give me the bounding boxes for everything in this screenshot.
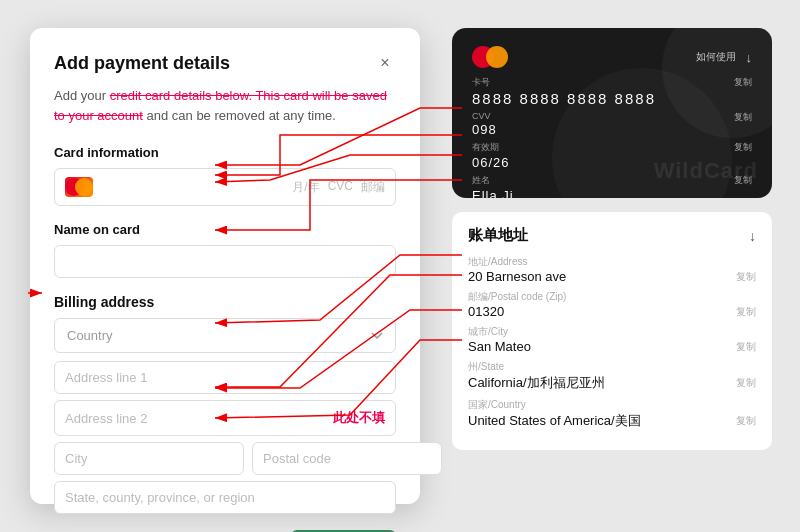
modal-subtitle: Add your credit card details below. This…	[54, 86, 396, 125]
card-name-label: 姓名	[472, 174, 514, 187]
card-input-container: 月/年 CVC 邮编	[54, 168, 396, 206]
card-number-input[interactable]	[101, 180, 284, 195]
country-select[interactable]: Country United States China	[54, 318, 396, 353]
billing-postal-copy[interactable]: 复制	[736, 305, 756, 319]
month-year-label: 月/年	[292, 179, 319, 196]
expiry-copy[interactable]: 复制	[734, 141, 752, 154]
expiry-label: 有效期	[472, 141, 510, 154]
billing-state-row: 州/State California/加利福尼亚州 复制	[468, 360, 756, 392]
country-select-wrapper: Country United States China	[54, 318, 396, 361]
billing-state-label: 州/State	[468, 360, 756, 374]
billing-postal-row: 邮编/Postal code (Zip) 01320 复制	[468, 290, 756, 319]
billing-country-copy[interactable]: 复制	[736, 414, 756, 428]
billing-city-value-line: San Mateo 复制	[468, 339, 756, 354]
zip-label: 邮编	[361, 179, 385, 196]
card-top-actions: 如何使用 ↓	[696, 50, 753, 65]
expiry-value: 06/26	[472, 155, 510, 170]
card-panel: 如何使用 ↓ 卡号 8888 8888 8888 8888 复制 CVV 098…	[452, 28, 772, 450]
billing-section-label: Billing address	[54, 294, 396, 310]
card-name-row: 姓名 Ella Ji 复制	[472, 174, 752, 198]
city-input[interactable]	[54, 442, 244, 475]
card-watermark: WildCard	[654, 158, 758, 184]
billing-address-label: 地址/Address	[468, 255, 756, 269]
modal-close-button[interactable]: ×	[374, 52, 396, 74]
cvv-copy[interactable]: 复制	[734, 111, 752, 124]
address-line1-input[interactable]	[54, 361, 396, 394]
billing-city-value: San Mateo	[468, 339, 531, 354]
state-input[interactable]	[54, 481, 396, 514]
card-number-label: 卡号	[472, 76, 656, 89]
billing-postal-value: 01320	[468, 304, 504, 319]
cvv-label: CVV	[472, 111, 497, 121]
billing-panel: 账单地址 ↓ 地址/Address 20 Barneson ave 复制 邮编/…	[452, 212, 772, 450]
name-section-label: Name on card	[54, 222, 396, 237]
mastercard-icon	[472, 46, 508, 68]
billing-state-value: California/加利福尼亚州	[468, 374, 605, 392]
card-section-label: Card information	[54, 145, 396, 160]
subtitle-normal: Add your	[54, 88, 110, 103]
cvc-label: CVC	[328, 179, 353, 196]
cvv-field: CVV 098	[472, 111, 497, 137]
modal-footer: Cancel Continue	[54, 522, 396, 532]
credit-card-visual: 如何使用 ↓ 卡号 8888 8888 8888 8888 复制 CVV 098…	[452, 28, 772, 198]
mc-right-circle	[486, 46, 508, 68]
modal-title: Add payment details	[54, 53, 230, 74]
billing-postal-label: 邮编/Postal code (Zip)	[468, 290, 756, 304]
billing-state-value-line: California/加利福尼亚州 复制	[468, 374, 756, 392]
how-to-use-label[interactable]: 如何使用	[696, 50, 736, 64]
billing-panel-download[interactable]: ↓	[749, 228, 756, 244]
city-zip-row	[54, 442, 396, 475]
card-name-value: Ella Ji	[472, 188, 514, 198]
address-line2-container: 此处不填	[54, 400, 396, 436]
download-icon[interactable]: ↓	[746, 50, 753, 65]
expiry-row: 有效期 06/26 复制	[472, 141, 752, 170]
billing-country-value: United States of America/美国	[468, 412, 641, 430]
card-extras: 月/年 CVC 邮编	[292, 179, 385, 196]
billing-address-value: 20 Barneson ave	[468, 269, 566, 284]
billing-country-label: 国家/Country	[468, 398, 756, 412]
billing-country-value-line: United States of America/美国 复制	[468, 412, 756, 430]
billing-city-label: 城市/City	[468, 325, 756, 339]
address-line2-input[interactable]	[65, 411, 327, 426]
card-top-row: 如何使用 ↓	[472, 46, 752, 68]
card-number-value: 8888 8888 8888 8888	[472, 90, 656, 107]
billing-city-row: 城市/City San Mateo 复制	[468, 325, 756, 354]
card-number-row: 卡号 8888 8888 8888 8888 复制	[472, 76, 752, 107]
card-number-copy[interactable]: 复制	[734, 76, 752, 89]
billing-panel-title: 账单地址	[468, 226, 528, 245]
cvv-row: CVV 098 复制	[472, 111, 752, 137]
billing-panel-header: 账单地址 ↓	[468, 226, 756, 245]
billing-postal-value-line: 01320 复制	[468, 304, 756, 319]
card-brand-icon	[65, 177, 93, 197]
billing-address-copy[interactable]: 复制	[736, 270, 756, 284]
card-number-field: 卡号 8888 8888 8888 8888	[472, 76, 656, 107]
modal-header: Add payment details ×	[54, 52, 396, 74]
fill-hint: 此处不填	[333, 409, 385, 427]
postal-code-input[interactable]	[252, 442, 442, 475]
billing-city-copy[interactable]: 复制	[736, 340, 756, 354]
subtitle-end: and can be removed at any time.	[143, 108, 336, 123]
expiry-field: 有效期 06/26	[472, 141, 510, 170]
cvv-value: 098	[472, 122, 497, 137]
card-name-field: 姓名 Ella Ji	[472, 174, 514, 198]
billing-country-row: 国家/Country United States of America/美国 复…	[468, 398, 756, 430]
billing-state-copy[interactable]: 复制	[736, 376, 756, 390]
billing-address-value-line: 20 Barneson ave 复制	[468, 269, 756, 284]
name-on-card-input[interactable]	[54, 245, 396, 278]
billing-address-row: 地址/Address 20 Barneson ave 复制	[468, 255, 756, 284]
payment-modal: Add payment details × Add your credit ca…	[30, 28, 420, 504]
